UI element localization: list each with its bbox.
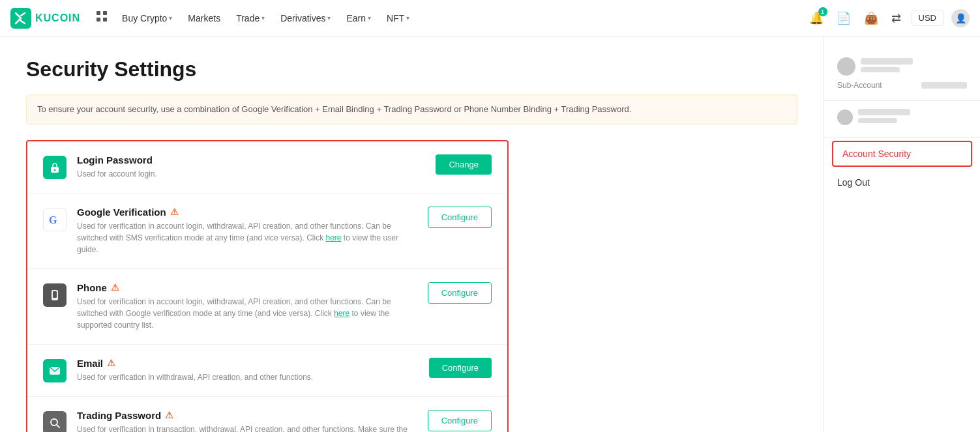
sidebar-user-row [837, 57, 967, 76]
phone-icon-bg [43, 283, 67, 307]
logo-text: KUCOIN [35, 12, 80, 24]
google-icon: G [48, 212, 62, 227]
phone-title: Phone ⚠ [77, 282, 417, 293]
document-icon: 📄 [837, 12, 851, 25]
sidebar-avatar [837, 57, 855, 76]
logo[interactable]: KUCOIN [10, 8, 80, 29]
subaccount-label: Sub-Account [837, 81, 882, 90]
user-level-placeholder [861, 67, 900, 72]
login-password-title: Login Password [77, 154, 425, 166]
svg-rect-4 [103, 18, 107, 22]
configure-email-button[interactable]: Configure [429, 358, 492, 378]
wallet-icon: 👜 [864, 12, 878, 25]
google-verification-item: G Google Verification ⚠ Used for verific… [27, 194, 507, 269]
search-icon [49, 417, 61, 429]
phone-item: Phone ⚠ Used for verification in account… [27, 269, 507, 345]
notification-button[interactable]: 🔔 1 [807, 8, 826, 28]
security-notice: To ensure your account security, use a c… [26, 94, 797, 124]
chevron-down-icon: ▾ [261, 14, 265, 22]
kucoin-logo-icon [10, 8, 31, 29]
nav-trade[interactable]: Trade ▾ [230, 9, 271, 27]
warning-icon: ⚠ [170, 207, 179, 217]
svg-rect-10 [54, 298, 56, 299]
here-link[interactable]: here [325, 233, 341, 242]
nav-derivatives[interactable]: Derivatives ▾ [274, 9, 337, 27]
svg-rect-9 [53, 291, 57, 298]
email-icon-bg [43, 359, 67, 382]
sidebar-user-info [861, 58, 967, 75]
nav-markets[interactable]: Markets [181, 9, 227, 27]
logout-label: Log Out [837, 177, 870, 188]
email-item: Email ⚠ Used for verification in withdra… [27, 345, 507, 397]
page-title: Security Settings [26, 57, 797, 81]
user2-level-placeholder [858, 118, 897, 123]
google-icon-bg: G [43, 208, 67, 231]
email-action: Configure [429, 358, 492, 378]
trading-password-icon-bg [43, 411, 67, 433]
google-verification-info: Google Verification ⚠ Used for verificat… [77, 207, 417, 255]
wallet-button[interactable]: 👜 [861, 8, 881, 28]
email-title: Email ⚠ [77, 358, 419, 369]
phone-info: Phone ⚠ Used for verification in account… [77, 282, 417, 331]
notification-badge: 1 [818, 7, 827, 16]
content-area: Security Settings To ensure your account… [0, 36, 824, 432]
nav-nft[interactable]: NFT ▾ [380, 9, 416, 27]
email-info: Email ⚠ Used for verification in withdra… [77, 358, 419, 383]
lock-icon-bg [43, 156, 67, 179]
sidebar-info2 [858, 109, 967, 126]
svg-rect-3 [97, 18, 100, 22]
chevron-down-icon: ▾ [406, 14, 409, 22]
document-button[interactable]: 📄 [834, 8, 854, 28]
trading-password-item: Trading Password ⚠ Used for verification… [27, 397, 507, 433]
warning-icon: ⚠ [107, 358, 115, 368]
lock-icon [49, 162, 61, 173]
google-verification-desc: Used for verification in account login, … [77, 220, 417, 255]
navbar: KUCOIN Buy Crypto ▾ Markets Trade ▾ Deri… [0, 0, 980, 36]
username-placeholder [861, 58, 913, 65]
user2-name-placeholder [858, 109, 910, 115]
trading-password-info: Trading Password ⚠ Used for verification… [77, 410, 417, 433]
chevron-down-icon: ▾ [169, 14, 172, 22]
grid-icon [96, 10, 108, 22]
navbar-right: 🔔 1 📄 👜 ⇄ USD 👤 [807, 8, 970, 28]
svg-text:G: G [49, 214, 57, 225]
trading-password-desc: Used for verification in transaction, wi… [77, 424, 417, 433]
login-password-desc: Used for account login. [77, 168, 425, 180]
right-sidebar: Sub-Account Account Security Log Out [824, 36, 980, 432]
grid-menu-button[interactable] [91, 8, 113, 28]
trading-password-title: Trading Password ⚠ [77, 410, 417, 421]
sidebar-user-section: Sub-Account [824, 47, 980, 101]
sidebar-row2 [837, 109, 967, 126]
transfer-button[interactable]: ⇄ [889, 8, 904, 28]
svg-rect-1 [97, 11, 100, 15]
phone-icon [49, 289, 61, 301]
phone-desc: Used for verification in account login, … [77, 296, 417, 331]
configure-google-button[interactable]: Configure [428, 207, 492, 228]
sidebar-section2 [824, 101, 980, 138]
nav-buy-crypto[interactable]: Buy Crypto ▾ [115, 9, 179, 27]
avatar-button[interactable]: 👤 [951, 9, 970, 27]
login-password-info: Login Password Used for account login. [77, 154, 425, 180]
configure-phone-button[interactable]: Configure [428, 282, 492, 304]
nav-earn[interactable]: Earn ▾ [340, 9, 378, 27]
account-security-label: Account Security [842, 149, 911, 159]
main-layout: Security Settings To ensure your account… [0, 36, 980, 432]
configure-trading-password-button[interactable]: Configure [428, 410, 492, 431]
sidebar-account-security[interactable]: Account Security [832, 141, 972, 167]
transfer-icon: ⇄ [891, 12, 901, 25]
google-verification-action: Configure [428, 207, 492, 228]
sidebar-subaccount-row: Sub-Account [837, 81, 967, 90]
login-password-action: Change [436, 154, 492, 175]
email-desc: Used for verification in withdrawal, API… [77, 371, 419, 383]
avatar-icon: 👤 [955, 13, 966, 23]
warning-icon: ⚠ [165, 410, 173, 420]
sidebar-logout[interactable]: Log Out [824, 169, 980, 195]
security-settings-card: Login Password Used for account login. C… [26, 140, 509, 433]
chevron-down-icon: ▾ [327, 14, 331, 22]
chevron-down-icon: ▾ [368, 14, 371, 22]
currency-button[interactable]: USD [912, 10, 943, 26]
change-password-button[interactable]: Change [436, 154, 492, 175]
google-verification-title: Google Verification ⚠ [77, 207, 417, 218]
here-link[interactable]: here [334, 309, 349, 318]
svg-rect-2 [103, 11, 107, 15]
